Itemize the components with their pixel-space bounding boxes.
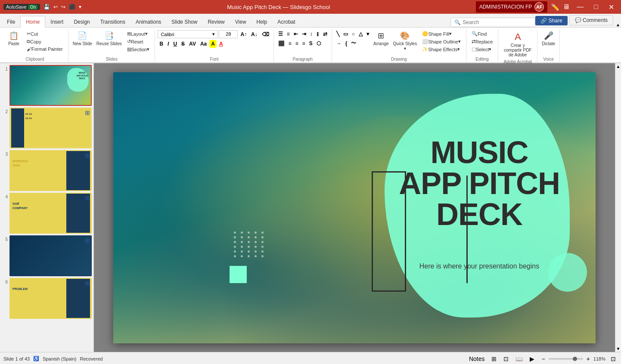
- search-input[interactable]: [463, 19, 531, 25]
- layout-button[interactable]: ⊞ Layout ▾: [124, 30, 152, 37]
- italic-button[interactable]: I: [166, 40, 171, 48]
- tab-slideshow[interactable]: Slide Show: [166, 16, 202, 27]
- shape-fill-button[interactable]: 🟡 Shape Fill ▾: [419, 30, 463, 37]
- slide-thumb-img-5[interactable]: [9, 235, 92, 276]
- format-painter-button[interactable]: 🖌 Format Painter: [24, 46, 65, 52]
- decrease-indent-button[interactable]: ⇤: [292, 30, 300, 38]
- slideshow-view-button[interactable]: ▶: [528, 355, 536, 363]
- align-center-button[interactable]: ≡: [287, 40, 293, 47]
- zoom-out-button[interactable]: −: [540, 355, 546, 363]
- text-shadow-button[interactable]: S: [307, 40, 314, 47]
- shape-more-button[interactable]: ▾: [365, 30, 371, 38]
- notes-button[interactable]: Notes: [467, 355, 487, 363]
- slide-subtitle[interactable]: Here is where your presentation begins: [397, 262, 561, 270]
- find-button[interactable]: 🔍 Find: [469, 30, 495, 37]
- shape-effects-button[interactable]: ✨ Shape Effects ▾: [419, 46, 463, 53]
- select-button[interactable]: ⬚ Select ▾: [469, 46, 495, 53]
- right-scrollbar[interactable]: ▲ ▼: [615, 63, 621, 352]
- slide-thumb-5[interactable]: 5: [2, 235, 92, 276]
- slide-thumb-img-6[interactable]: PROBLEM: [9, 278, 92, 319]
- undo-icon[interactable]: ↩: [53, 4, 58, 10]
- shape-bracket-button[interactable]: {: [344, 39, 349, 48]
- change-case-button[interactable]: Aa: [199, 40, 208, 48]
- search-box[interactable]: 🔍: [450, 18, 535, 27]
- ribbon-collapse-button[interactable]: ▲: [615, 22, 621, 27]
- paste-button[interactable]: 📋 Paste: [4, 30, 23, 47]
- slide-thumb-6[interactable]: 6 PROBLEM: [2, 278, 92, 319]
- increase-font-button[interactable]: A↑: [239, 30, 248, 38]
- tab-transitions[interactable]: Transitions: [95, 16, 130, 27]
- cut-button[interactable]: ✂ Cut: [24, 30, 65, 37]
- highlight-button[interactable]: A: [209, 40, 217, 48]
- copy-button[interactable]: ⧉ Copy: [24, 38, 65, 45]
- decrease-font-button[interactable]: A↓: [249, 30, 259, 38]
- convert-to-smartart-button[interactable]: ⬡: [315, 40, 323, 47]
- redo-icon[interactable]: ↪: [61, 4, 65, 10]
- reset-button[interactable]: ↺ Reset: [124, 38, 152, 45]
- section-button[interactable]: ▤ Section ▾: [124, 46, 152, 53]
- tab-file[interactable]: File: [2, 16, 20, 27]
- font-color-button[interactable]: A: [217, 40, 225, 48]
- tab-design[interactable]: Design: [68, 16, 95, 27]
- slide-thumb-img-4[interactable]: OUR COMPANY: [9, 193, 92, 234]
- display-icon[interactable]: 🖥: [563, 3, 570, 11]
- slide-title[interactable]: MUSIC APP PITCH DECK: [397, 137, 561, 230]
- normal-view-button[interactable]: ⊞: [490, 355, 498, 363]
- line-spacing-button[interactable]: ↕: [308, 30, 314, 38]
- increase-indent-button[interactable]: ⇥: [300, 30, 308, 38]
- shape-arrow-button[interactable]: →: [335, 39, 343, 48]
- tab-home[interactable]: Home: [20, 16, 45, 28]
- slide-thumb-3[interactable]: 3 INTRODUC TION: [2, 150, 92, 191]
- share-button[interactable]: 🔗 Share: [535, 16, 567, 25]
- slide-thumb-img-2[interactable]: 01 02 03 04: [9, 108, 92, 148]
- comments-button[interactable]: 💬 Comments: [569, 15, 613, 25]
- arrange-button[interactable]: ⊞ Arrange: [372, 30, 391, 47]
- scroll-down-button[interactable]: ▼: [615, 345, 621, 352]
- shape-outline-button[interactable]: ⬜ Shape Outline ▾: [419, 38, 463, 45]
- numbering-button[interactable]: ≡: [285, 30, 292, 38]
- canvas-area[interactable]: MUSIC APP PITCH DECK Here is where your …: [94, 63, 615, 352]
- zoom-in-button[interactable]: +: [585, 355, 592, 363]
- tab-insert[interactable]: Insert: [45, 16, 68, 27]
- tab-acrobat[interactable]: Acrobat: [272, 16, 300, 27]
- slide-thumb-2[interactable]: 2 01 02 03 04: [2, 108, 92, 148]
- fit-to-window-button[interactable]: ⊡: [609, 355, 618, 363]
- shape-line-button[interactable]: ╲: [335, 30, 341, 38]
- close-button[interactable]: ✕: [605, 2, 618, 12]
- justify-button[interactable]: ≡: [301, 40, 307, 47]
- slide-thumb-1[interactable]: 1 MUSICAPP PITCHDECK: [2, 65, 92, 106]
- shape-wave-button[interactable]: 〜: [349, 39, 358, 48]
- minimize-button[interactable]: —: [573, 2, 587, 12]
- reading-view-button[interactable]: 📖: [514, 355, 525, 363]
- save-icon[interactable]: 💾: [43, 4, 50, 10]
- columns-button[interactable]: ⫿: [315, 30, 321, 38]
- strikethrough-button[interactable]: S: [180, 40, 186, 48]
- bold-button[interactable]: B: [158, 40, 165, 48]
- pen-icon[interactable]: ✏️: [551, 3, 559, 11]
- tab-view[interactable]: View: [230, 16, 252, 27]
- quick-styles-button[interactable]: 🎨 Quick Styles ▾: [391, 30, 419, 52]
- zoom-slider[interactable]: [549, 358, 583, 360]
- underline-button[interactable]: U: [171, 40, 179, 48]
- slide-thumb-img-3[interactable]: INTRODUC TION: [9, 150, 92, 191]
- slide-thumb-img-1[interactable]: MUSICAPP PITCHDECK: [9, 65, 92, 106]
- scroll-up-button[interactable]: ▲: [615, 63, 621, 70]
- tab-animations[interactable]: Animations: [130, 16, 166, 27]
- maximize-button[interactable]: □: [590, 2, 602, 12]
- font-size-selector[interactable]: 28: [219, 30, 238, 38]
- slide-sorter-button[interactable]: ⊡: [502, 355, 510, 363]
- shape-circle-button[interactable]: ○: [350, 30, 357, 38]
- char-spacing-button[interactable]: AV: [187, 40, 198, 48]
- replace-button[interactable]: ⇄ Replace: [469, 38, 495, 45]
- text-direction-button[interactable]: ⇄: [321, 30, 329, 38]
- tab-help[interactable]: Help: [252, 16, 273, 27]
- reuse-slides-button[interactable]: 📑 Reuse Slides: [95, 30, 124, 47]
- dictate-button[interactable]: 🎤 Dictate: [540, 30, 557, 47]
- new-slide-button[interactable]: 📄 New Slide: [71, 30, 94, 47]
- tablet-icon[interactable]: ⬛: [69, 4, 75, 10]
- bullets-button[interactable]: ☰: [276, 30, 285, 38]
- align-left-button[interactable]: ⬛: [276, 40, 286, 47]
- clear-format-button[interactable]: ⌫: [260, 30, 271, 38]
- align-right-button[interactable]: ≡: [294, 40, 300, 47]
- tab-review[interactable]: Review: [202, 16, 230, 27]
